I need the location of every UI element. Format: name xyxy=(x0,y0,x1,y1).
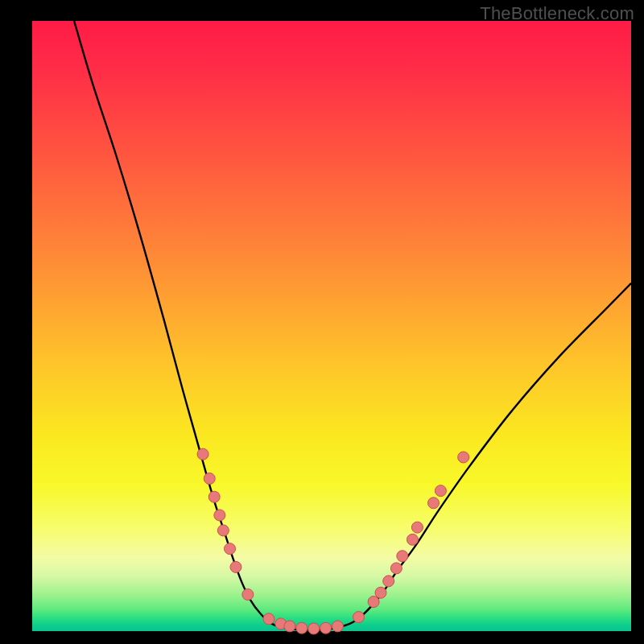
curve-marker xyxy=(284,621,295,632)
chart-frame: TheBottleneck.com xyxy=(0,0,644,644)
curve-marker xyxy=(383,576,394,587)
curve-marker xyxy=(296,622,308,634)
curve-marker xyxy=(225,543,236,555)
curve-markers xyxy=(197,448,469,634)
curve-marker xyxy=(197,448,208,460)
watermark-text: TheBottleneck.com xyxy=(480,3,634,24)
curve-marker xyxy=(435,485,446,497)
curve-marker xyxy=(397,551,408,562)
curve-marker xyxy=(458,452,469,463)
curve-marker xyxy=(332,621,343,632)
plot-area xyxy=(32,21,631,631)
curve-marker xyxy=(353,612,364,623)
curve-marker xyxy=(214,510,225,521)
curve-marker xyxy=(217,525,229,536)
curve-marker xyxy=(320,622,332,634)
curve-marker xyxy=(263,613,275,625)
curve-marker xyxy=(308,623,320,634)
curve-marker xyxy=(230,561,242,572)
curve-marker xyxy=(208,491,220,502)
curve-svg xyxy=(32,21,631,631)
curve-marker xyxy=(375,587,386,598)
curve-marker xyxy=(242,589,254,601)
curve-marker xyxy=(411,522,423,533)
curve-marker xyxy=(427,497,439,509)
curve-marker xyxy=(204,473,215,485)
bottleneck-curve xyxy=(74,21,631,630)
curve-marker xyxy=(368,597,379,608)
curve-marker xyxy=(407,534,418,545)
curve-marker xyxy=(390,563,402,574)
